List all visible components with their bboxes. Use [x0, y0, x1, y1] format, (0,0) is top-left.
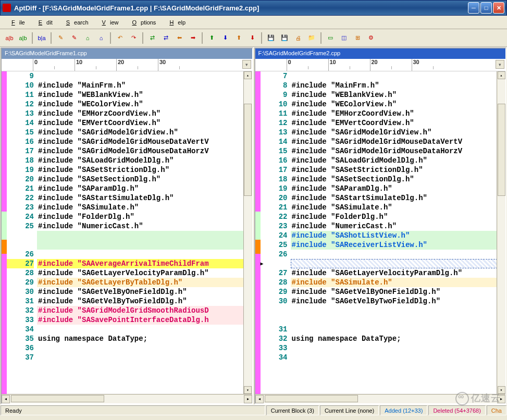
code-line[interactable]: #include "SAStartSimulateDlg.h"	[291, 193, 506, 203]
left-all-icon[interactable]: ⬅	[173, 32, 186, 44]
code-line[interactable]: #include "SASetSectionDlg.h"	[37, 175, 252, 184]
copy-right-icon[interactable]: ⇄	[159, 32, 172, 44]
code-line[interactable]	[37, 231, 252, 240]
code-line[interactable]: #include "SALoadGridModelDlg.h"	[37, 156, 252, 165]
left-overview[interactable]	[2, 71, 7, 394]
code-line[interactable]: #include "EMVertCoordView.h"	[291, 118, 506, 128]
menu-search[interactable]: Search	[58, 18, 93, 27]
code-line[interactable]	[37, 250, 252, 259]
code-line[interactable]: #include "SASetStrictionDlg.h"	[37, 165, 252, 175]
code-line[interactable]: #include "WEColorView.h"	[37, 100, 252, 109]
view-single-icon[interactable]: ▭	[324, 32, 337, 44]
right-code[interactable]: 7891011121314151617181920212223242526272…	[255, 71, 506, 394]
menu-file[interactable]: File	[3, 18, 29, 27]
code-line[interactable]: #include "SAGridModelGridSmoothRadiousD	[37, 306, 252, 315]
compare-folders-icon[interactable]: a|b	[17, 32, 29, 44]
code-line[interactable]: #include "SAShotListView.h"	[291, 231, 506, 240]
maximize-button[interactable]: □	[480, 2, 492, 14]
code-line[interactable]	[291, 306, 506, 315]
code-line[interactable]: #include "SASimulate.h"	[37, 203, 252, 212]
ruler-scroll-right[interactable]: ▾	[496, 60, 504, 69]
code-line[interactable]: #include "NumericCast.h"	[291, 221, 506, 231]
code-line[interactable]: #include "SAGridModelGridMouseDataHorzV	[291, 146, 506, 156]
swap-icon[interactable]: b|a	[35, 32, 48, 44]
code-line[interactable]	[37, 240, 252, 250]
code-line[interactable]: #include "SAGetLayerByTableDlg.h"	[37, 278, 252, 287]
code-line[interactable]	[291, 259, 506, 268]
code-line[interactable]	[291, 353, 506, 362]
down2-icon[interactable]: ⬇	[246, 32, 258, 44]
menu-edit[interactable]: Edit	[30, 18, 57, 27]
menu-help[interactable]: Help	[161, 18, 190, 27]
first-diff-icon[interactable]: ⌂	[81, 32, 94, 44]
save-all-icon[interactable]: 💾	[278, 32, 291, 44]
left-vscroll[interactable]: ▴▾	[243, 71, 252, 394]
code-line[interactable]	[291, 325, 506, 334]
code-line[interactable]	[291, 315, 506, 325]
code-line[interactable]: #include "SASetStrictionDlg.h"	[291, 165, 506, 175]
code-line[interactable]: #include "SAGetVelByTwoFieldDlg.h"	[291, 297, 506, 306]
code-line[interactable]: #include "WEBlankView.h"	[291, 90, 506, 100]
code-line[interactable]	[291, 250, 506, 259]
left-hscroll[interactable]: ◂▸	[2, 394, 252, 403]
code-line[interactable]: #include "SAParamDlg.h"	[37, 184, 252, 193]
menu-view[interactable]: View	[94, 18, 123, 27]
code-line[interactable]: #include "SAGetLayerVelocityParamDlg.h"	[291, 268, 506, 278]
code-line[interactable]: #include "SAParamDlg.h"	[291, 184, 506, 193]
save-icon[interactable]: 💾	[265, 32, 277, 44]
code-line[interactable]	[291, 71, 506, 81]
code-line[interactable]: using namespace DataType;	[37, 334, 252, 343]
code-line[interactable]: #include "SAGetVelByOneFieldDlg.h"	[291, 287, 506, 297]
code-line[interactable]: #include "SAGridModelGridMouseDataVertV	[291, 137, 506, 146]
code-line[interactable]	[37, 343, 252, 353]
right-overview[interactable]	[255, 71, 261, 394]
code-line[interactable]: #include "EMVertCoordView.h"	[37, 118, 252, 128]
code-line[interactable]	[291, 343, 506, 353]
minimize-button[interactable]: ─	[468, 2, 479, 14]
settings-icon[interactable]: ⚙	[365, 32, 377, 44]
up1-icon[interactable]: ⬆	[205, 32, 218, 44]
down1-icon[interactable]: ⬇	[219, 32, 231, 44]
last-diff-icon[interactable]: ⌂	[95, 32, 107, 44]
code-line[interactable]: #include "SAGetLayerVelocityParamDlg.h"	[37, 268, 252, 278]
code-line[interactable]: #include "NumericCast.h"	[37, 221, 252, 231]
folder-icon[interactable]: 📁	[305, 32, 318, 44]
code-line[interactable]: #include "SASavePointInterfaceDataDlg.h	[37, 315, 252, 325]
prev-diff-icon[interactable]: ✎	[68, 32, 80, 44]
ruler-scroll-left[interactable]: ▾	[242, 60, 251, 69]
view-split-icon[interactable]: ◫	[338, 32, 350, 44]
close-button[interactable]: ✕	[493, 2, 504, 14]
code-line[interactable]: #include "WEBlankView.h"	[37, 90, 252, 100]
code-line[interactable]	[37, 353, 252, 362]
code-line[interactable]: #include "SALoadGridModelDlg.h"	[291, 156, 506, 165]
code-line[interactable]	[37, 71, 252, 81]
code-line[interactable]: #include "FolderDlg.h"	[291, 212, 506, 221]
code-line[interactable]: #include "SAGridModelGridView.h"	[37, 128, 252, 137]
titlebar[interactable]: AptDiff - [F:\SAGridModelGridFrame1.cpp …	[0, 0, 507, 16]
left-code[interactable]: 9101112131415161718192021222324252627282…	[2, 71, 252, 394]
code-line[interactable]: #include "WEColorView.h"	[291, 100, 506, 109]
next-diff-icon[interactable]: ✎	[54, 32, 67, 44]
right-vscroll[interactable]: ▴▾	[497, 71, 505, 394]
undo-icon[interactable]: ↶	[114, 32, 126, 44]
code-line[interactable]: #include "SAGetVelByTwoFieldDlg.h"	[37, 297, 252, 306]
code-line[interactable]: #include "SAGetVelByOneFieldDlg.h"	[37, 287, 252, 297]
code-line[interactable]: #include "SASimulate.h"	[291, 278, 506, 287]
right-hscroll[interactable]: ◂▸	[255, 394, 506, 403]
code-line[interactable]: #include "SAGridModelGridMouseDataVertV	[37, 137, 252, 146]
code-line[interactable]: #include "MainFrm.h"	[37, 81, 252, 90]
code-line[interactable]: #include "MainFrm.h"	[291, 81, 506, 90]
print-icon[interactable]: 🖨	[292, 32, 304, 44]
code-line[interactable]: #include "SASetSectionDlg.h"	[291, 175, 506, 184]
menu-options[interactable]: Options	[123, 18, 160, 27]
code-line[interactable]: #include "SAStartSimulateDlg.h"	[37, 193, 252, 203]
copy-left-icon[interactable]: ⇄	[146, 32, 158, 44]
code-line[interactable]: #include "EMHorzCoordView.h"	[37, 109, 252, 118]
code-line[interactable]: #include "SAAverageArrivalTimeChildFram	[37, 259, 252, 268]
code-line[interactable]: #include "SASimulate.h"	[291, 203, 506, 212]
code-line[interactable]: using namespace DataType;	[291, 334, 506, 343]
right-all-icon[interactable]: ➡	[187, 32, 199, 44]
code-line[interactable]: #include "SAGridModelGridView.h"	[291, 128, 506, 137]
code-line[interactable]	[37, 325, 252, 334]
code-line[interactable]: #include "FolderDlg.h"	[37, 212, 252, 221]
